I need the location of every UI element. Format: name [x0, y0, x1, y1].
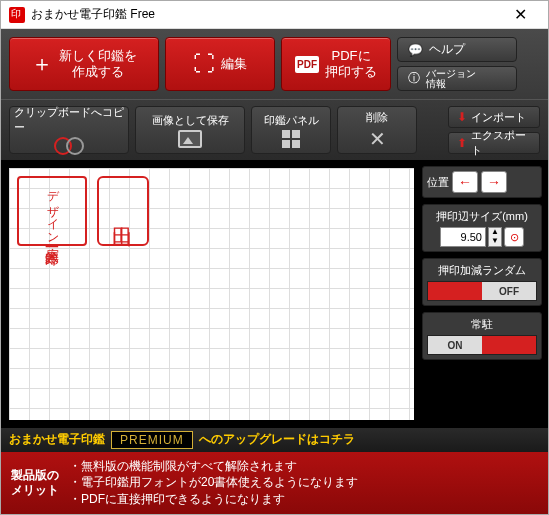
delete-label: 削除	[366, 110, 388, 125]
premium-text2: へのアップグレードはコチラ	[199, 431, 355, 448]
export-button[interactable]: ⬆ エクスポート	[448, 132, 540, 154]
window-title: おまかせ電子印鑑 Free	[31, 6, 500, 23]
premium-badge: PREMIUM	[111, 431, 193, 449]
export-label: エクスポート	[471, 128, 531, 158]
pdf-label: PDFに 押印する	[325, 48, 377, 79]
edit-label: 編集	[221, 56, 247, 72]
delete-button[interactable]: 削除 ✕	[337, 106, 417, 154]
size-spinner[interactable]: ▲▼	[488, 227, 502, 247]
rings-icon	[54, 137, 84, 155]
position-box: 位置 ← →	[422, 166, 542, 198]
crop-icon: ⛶	[193, 51, 215, 77]
import-label: インポート	[471, 110, 526, 125]
plus-icon: ＋	[31, 49, 53, 79]
import-button[interactable]: ⬇ インポート	[448, 106, 540, 128]
secondary-toolbar: クリップボードへコピー 画像として保存 印鑑パネル 削除 ✕ ⬇ インポート ⬆…	[1, 99, 548, 160]
size-input[interactable]: 9.50	[440, 227, 486, 247]
version-button[interactable]: ⓘ バージョン 情報	[397, 66, 517, 91]
app-icon	[9, 7, 25, 23]
info-icon: ⓘ	[408, 70, 420, 87]
copy-label: クリップボードへコピー	[14, 105, 124, 135]
properties-panel: 位置 ← → 押印辺サイズ(mm) 9.50 ▲▼ ⊙ 押印加減ランダム OFF	[422, 166, 542, 422]
size-label: 押印辺サイズ(mm)	[427, 209, 537, 224]
benefits-panel: 製品版の メリット ・無料版の機能制限がすべて解除されます ・電子印鑑用フォント…	[1, 452, 548, 514]
chat-icon: 💬	[408, 43, 423, 57]
stamp1-text1: デザイン室	[45, 182, 59, 238]
x-icon: ✕	[369, 127, 386, 151]
grid-icon	[282, 130, 300, 148]
size-box: 押印辺サイズ(mm) 9.50 ▲▼ ⊙	[422, 204, 542, 252]
version-label: バージョン 情報	[426, 69, 476, 89]
image-icon	[178, 130, 202, 148]
help-button[interactable]: 💬 ヘルプ	[397, 37, 517, 62]
benefits-list: ・無料版の機能制限がすべて解除されます ・電子印鑑用フォントが20書体使えるよう…	[69, 458, 358, 508]
position-right-button[interactable]: →	[481, 171, 507, 193]
workspace: デザイン室 鈴木一郎 山田 位置 ← → 押印辺サイズ(mm) 9.50	[1, 160, 548, 428]
resident-toggle[interactable]: ON	[427, 335, 537, 355]
benefit-3: ・PDFに直接押印できるようになります	[69, 491, 358, 508]
canvas[interactable]: デザイン室 鈴木一郎 山田	[7, 166, 416, 422]
random-box: 押印加減ランダム OFF	[422, 258, 542, 306]
stamp-panel-button[interactable]: 印鑑パネル	[251, 106, 331, 154]
position-left-button[interactable]: ←	[452, 171, 478, 193]
stamp-yamada[interactable]: 山田	[97, 176, 149, 246]
app-window: おまかせ電子印鑑 Free ✕ ＋ 新しく印鑑を 作成する ⛶ 編集 PDF P…	[0, 0, 549, 515]
resident-label: 常駐	[427, 317, 537, 332]
benefit-2: ・電子印鑑用フォントが20書体使えるようになります	[69, 474, 358, 491]
benefit-1: ・無料版の機能制限がすべて解除されます	[69, 458, 358, 475]
import-export-group: ⬇ インポート ⬆ エクスポート	[448, 106, 540, 154]
pdf-stamp-button[interactable]: PDF PDFに 押印する	[281, 37, 391, 91]
premium-text1: おまかせ電子印鑑	[9, 431, 105, 448]
stamp-suzuki[interactable]: デザイン室 鈴木一郎	[17, 176, 87, 246]
export-icon: ⬆	[457, 136, 467, 150]
help-label: ヘルプ	[429, 41, 465, 58]
resident-state: ON	[428, 336, 482, 354]
size-reset-button[interactable]: ⊙	[504, 227, 524, 247]
benefits-title: 製品版の メリット	[11, 458, 59, 508]
right-buttons: 💬 ヘルプ ⓘ バージョン 情報	[397, 37, 517, 91]
close-button[interactable]: ✕	[500, 5, 540, 24]
panel-label: 印鑑パネル	[264, 113, 319, 128]
random-state: OFF	[482, 282, 536, 300]
main-toolbar: ＋ 新しく印鑑を 作成する ⛶ 編集 PDF PDFに 押印する 💬 ヘルプ ⓘ…	[1, 29, 548, 99]
edit-button[interactable]: ⛶ 編集	[165, 37, 275, 91]
random-toggle[interactable]: OFF	[427, 281, 537, 301]
pdf-icon: PDF	[295, 56, 319, 73]
position-label: 位置	[427, 175, 449, 190]
titlebar: おまかせ電子印鑑 Free ✕	[1, 1, 548, 29]
clipboard-copy-button[interactable]: クリップボードへコピー	[9, 106, 129, 154]
save-label: 画像として保存	[152, 113, 229, 128]
save-image-button[interactable]: 画像として保存	[135, 106, 245, 154]
resident-box: 常駐 ON	[422, 312, 542, 360]
create-label: 新しく印鑑を 作成する	[59, 48, 137, 79]
random-label: 押印加減ランダム	[427, 263, 537, 278]
create-stamp-button[interactable]: ＋ 新しく印鑑を 作成する	[9, 37, 159, 91]
premium-upgrade-bar[interactable]: おまかせ電子印鑑 PREMIUM へのアップグレードはコチラ	[1, 428, 548, 452]
import-icon: ⬇	[457, 110, 467, 124]
